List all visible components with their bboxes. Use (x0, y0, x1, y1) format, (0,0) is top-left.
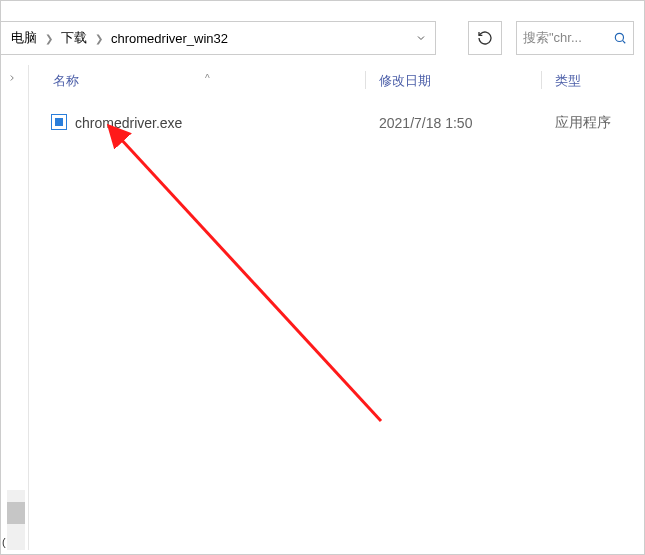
breadcrumb-item-current[interactable]: chromedriver_win32 (105, 22, 234, 54)
column-separator[interactable] (541, 71, 542, 89)
search-input[interactable]: 搜索"chr... (516, 21, 634, 55)
file-type: 应用程序 (555, 114, 611, 132)
chevron-right-icon: ❯ (43, 33, 55, 44)
file-name: chromedriver.exe (75, 115, 182, 131)
breadcrumb-label: 下载 (61, 29, 87, 47)
breadcrumb-item-downloads[interactable]: 下载 (55, 22, 93, 54)
sort-ascending-icon: ^ (205, 73, 210, 84)
column-header-name[interactable]: 名称 (53, 72, 79, 90)
refresh-button[interactable] (468, 21, 502, 55)
column-separator[interactable] (365, 71, 366, 89)
file-list: chromedriver.exe 2021/7/18 1:50 应用程序 (41, 99, 638, 550)
svg-point-0 (615, 33, 623, 41)
chevron-down-icon (415, 32, 427, 44)
chevron-right-icon[interactable] (7, 71, 17, 86)
column-header-type[interactable]: 类型 (555, 72, 581, 90)
file-row[interactable]: chromedriver.exe 2021/7/18 1:50 应用程序 (41, 111, 638, 135)
file-date: 2021/7/18 1:50 (379, 115, 472, 131)
nav-tree-strip: ( (1, 65, 29, 550)
nav-scrollbar-thumb[interactable] (7, 502, 25, 524)
exe-icon (51, 114, 67, 130)
history-dropdown-button[interactable] (407, 22, 435, 54)
breadcrumb[interactable]: 电脑 ❯ 下载 ❯ chromedriver_win32 (1, 21, 436, 55)
column-headers: 名称 ^ 修改日期 类型 (41, 67, 638, 95)
chevron-right-icon: ❯ (93, 33, 105, 44)
breadcrumb-label: 电脑 (11, 29, 37, 47)
breadcrumb-label: chromedriver_win32 (111, 31, 228, 46)
search-icon (613, 31, 627, 45)
column-header-date[interactable]: 修改日期 (379, 72, 431, 90)
breadcrumb-item-computer[interactable]: 电脑 (5, 22, 43, 54)
search-placeholder: 搜索"chr... (523, 29, 613, 47)
address-bar-row: 电脑 ❯ 下载 ❯ chromedriver_win32 搜索"chr... (1, 21, 644, 57)
svg-line-1 (623, 41, 626, 44)
refresh-icon (477, 30, 493, 46)
nav-truncated-label: ( (2, 536, 6, 548)
